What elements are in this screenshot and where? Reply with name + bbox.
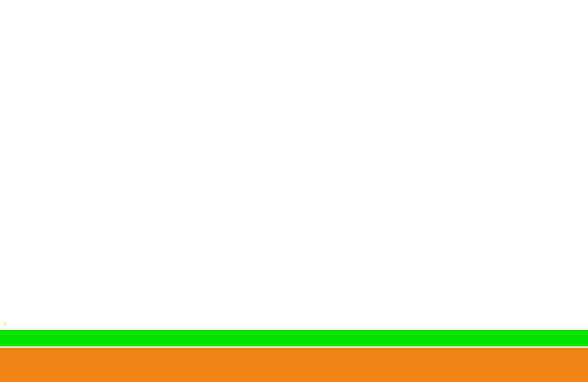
status-bar xyxy=(0,330,588,346)
weather-app-window: ☾ xyxy=(0,0,588,382)
chart-legend xyxy=(0,9,588,17)
moon-phase-icon: ☾ xyxy=(4,321,9,328)
stats-table xyxy=(0,348,588,382)
corner-moon-time: ☾ xyxy=(4,321,9,328)
weather-chart xyxy=(0,0,588,329)
